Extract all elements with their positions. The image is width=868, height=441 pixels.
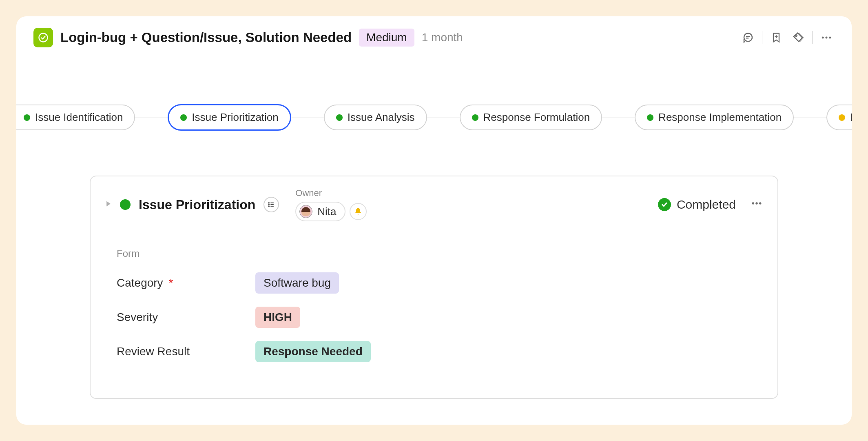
svg-point-11 xyxy=(752,202,755,205)
form-section: Form Category * Software bug Severity HI… xyxy=(91,233,777,398)
page-title: Login-bug + Question/Issue, Solution Nee… xyxy=(60,30,352,45)
svg-point-13 xyxy=(759,202,762,205)
check-circle-icon xyxy=(658,198,671,211)
svg-point-3 xyxy=(826,37,828,39)
workflow-step-issue-prioritization[interactable]: Issue Prioritization xyxy=(168,104,291,131)
status-dot-icon xyxy=(180,114,187,121)
workflow-step-issue-analysis[interactable]: Issue Analysis xyxy=(324,105,427,130)
svg-point-5 xyxy=(269,203,270,203)
label-text: Category xyxy=(117,276,163,289)
step-label: Result Eva xyxy=(850,111,852,124)
status-dot-icon xyxy=(839,114,845,121)
field-label: Review Result xyxy=(117,345,255,358)
owner-chip[interactable]: Nita xyxy=(295,202,345,221)
severity-tag[interactable]: HIGH xyxy=(255,307,300,328)
owner-name: Nita xyxy=(317,205,336,218)
step-detail-card: Issue Prioritization Owner xyxy=(90,176,778,399)
field-label: Category * xyxy=(117,276,255,290)
expand-toggle-icon[interactable] xyxy=(105,200,112,209)
svg-point-6 xyxy=(269,204,270,205)
field-label: Severity xyxy=(117,311,255,324)
status-badge[interactable]: Completed xyxy=(658,198,736,212)
divider xyxy=(762,31,762,44)
tag-icon[interactable] xyxy=(790,29,806,46)
status-label: Completed xyxy=(677,198,736,212)
divider xyxy=(812,31,813,44)
step-label: Response Formulation xyxy=(483,111,590,124)
form-row-review-result: Review Result Response Needed xyxy=(117,341,751,362)
svg-point-12 xyxy=(755,202,758,205)
workflow-container: Issue Identification Issue Prioritizatio… xyxy=(16,59,852,151)
bookmark-icon[interactable] xyxy=(768,29,784,46)
task-check-icon xyxy=(33,28,53,47)
comment-icon[interactable] xyxy=(740,29,756,46)
more-icon[interactable] xyxy=(751,197,763,212)
required-star-icon: * xyxy=(168,276,173,289)
status-dot-icon xyxy=(120,199,131,210)
form-row-category: Category * Software bug xyxy=(117,272,751,294)
card-header: Issue Prioritization Owner xyxy=(91,176,777,233)
time-label: 1 month xyxy=(422,31,463,44)
svg-point-4 xyxy=(829,37,831,39)
step-label: Issue Identification xyxy=(35,111,123,124)
step-label: Issue Prioritization xyxy=(192,111,278,124)
header-actions xyxy=(740,29,835,46)
list-icon[interactable] xyxy=(264,197,279,212)
status-dot-icon xyxy=(24,114,30,121)
svg-point-1 xyxy=(795,35,797,36)
more-icon[interactable] xyxy=(818,29,835,46)
page-header: Login-bug + Question/Issue, Solution Nee… xyxy=(16,16,852,59)
status-dot-icon xyxy=(472,114,478,121)
workflow-step-response-formulation[interactable]: Response Formulation xyxy=(460,105,602,130)
review-result-tag[interactable]: Response Needed xyxy=(255,341,371,362)
workflow-step-issue-identification[interactable]: Issue Identification xyxy=(16,105,135,130)
priority-badge[interactable]: Medium xyxy=(359,29,414,47)
workflow-step-result-evaluation[interactable]: Result Eva xyxy=(826,105,852,130)
workflow-steps: Issue Identification Issue Prioritizatio… xyxy=(16,104,852,131)
owner-section: Owner Nita xyxy=(295,188,366,221)
card-title: Issue Prioritization xyxy=(139,197,255,212)
form-row-severity: Severity HIGH xyxy=(117,307,751,328)
category-tag[interactable]: Software bug xyxy=(255,272,339,294)
svg-point-0 xyxy=(39,33,48,42)
status-dot-icon xyxy=(336,114,343,121)
form-header-label: Form xyxy=(117,248,751,259)
step-label: Issue Analysis xyxy=(348,111,415,124)
bell-icon[interactable] xyxy=(350,203,367,220)
owner-row: Nita xyxy=(295,202,366,221)
svg-point-7 xyxy=(269,206,270,207)
card-header-right: Completed xyxy=(658,197,763,212)
svg-point-2 xyxy=(822,37,824,39)
status-dot-icon xyxy=(647,114,653,121)
step-label: Response Implementation xyxy=(658,111,782,124)
app-window: Login-bug + Question/Issue, Solution Nee… xyxy=(16,16,852,425)
avatar xyxy=(299,205,312,218)
owner-label: Owner xyxy=(295,188,366,198)
workflow-step-response-implementation[interactable]: Response Implementation xyxy=(635,105,794,130)
